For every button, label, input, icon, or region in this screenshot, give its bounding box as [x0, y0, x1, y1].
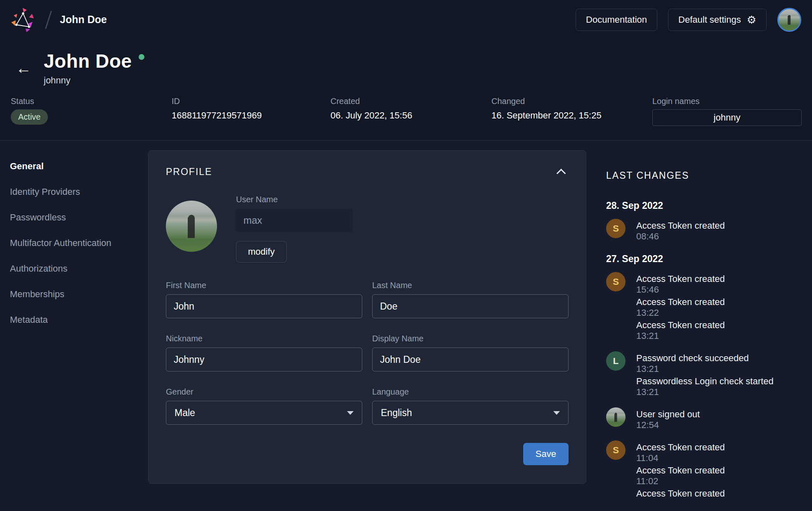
id-value: 168811977219571969: [172, 110, 330, 121]
content: General Identity Providers Passwordless …: [0, 140, 812, 511]
save-button[interactable]: Save: [523, 443, 569, 465]
username-input[interactable]: [236, 208, 353, 232]
chevron-up-icon[interactable]: [557, 168, 566, 178]
last-name-label: Last Name: [372, 281, 569, 290]
topbar-actions: Documentation Default settings ⚙: [576, 8, 801, 32]
timeline-event: Access Token created 13:21: [636, 320, 725, 341]
header-block: John Doe Documentation Default settings …: [0, 0, 812, 140]
sidebar-item-memberships[interactable]: Memberships: [10, 289, 148, 300]
timeline-group: User signed out 12:54: [606, 409, 802, 432]
default-settings-button[interactable]: Default settings ⚙: [668, 9, 767, 31]
login-names-label: Login names: [652, 97, 802, 106]
timeline-date: 28. Sep 2022: [606, 200, 802, 211]
gender-select[interactable]: Male: [166, 401, 362, 425]
chevron-down-icon: [553, 411, 560, 415]
sidebar-item-authorizations[interactable]: Authorizations: [10, 263, 148, 274]
sidebar-item-general[interactable]: General: [10, 161, 148, 172]
page-head: ← John Doe johnny Status Active ID 16881…: [0, 39, 812, 140]
language-label: Language: [372, 387, 569, 397]
event-avatar-l: L: [606, 351, 626, 371]
changed-label: Changed: [491, 97, 652, 106]
chevron-down-icon: [347, 411, 354, 415]
meta-changed: Changed 16. September 2022, 15:25: [491, 97, 652, 126]
zitadel-logo-icon[interactable]: [11, 7, 35, 32]
meta-id: ID 168811977219571969: [172, 97, 330, 126]
sidebar-item-passwordless[interactable]: Passwordless: [10, 212, 148, 223]
gender-label: Gender: [166, 387, 362, 397]
event-avatar-s: S: [606, 440, 626, 460]
first-name-input[interactable]: [166, 294, 362, 318]
meta-created: Created 06. July 2022, 15:56: [330, 97, 491, 126]
timeline-event: Access Token created 11:02: [636, 465, 725, 487]
timeline-event: User signed out 12:54: [636, 409, 700, 431]
timeline-group: S Access Token created 15:46 Access Toke…: [606, 274, 802, 343]
event-avatar-s: S: [606, 272, 626, 291]
id-label: ID: [172, 97, 330, 106]
documentation-label: Documentation: [586, 14, 647, 25]
online-status-dot: [139, 54, 144, 60]
changed-value: 16. September 2022, 15:25: [491, 110, 652, 121]
topbar: John Doe Documentation Default settings …: [0, 0, 812, 39]
user-photo-avatar[interactable]: [166, 201, 217, 252]
timeline-event: Password check succeeded 13:21: [636, 353, 774, 374]
language-value: English: [381, 407, 412, 419]
documentation-button[interactable]: Documentation: [576, 9, 657, 31]
gear-icon: ⚙: [747, 14, 756, 25]
sidebar-item-metadata[interactable]: Metadata: [10, 315, 148, 325]
breadcrumb-separator: [45, 10, 52, 29]
status-badge: Active: [11, 109, 48, 125]
modify-button[interactable]: modify: [236, 241, 287, 263]
created-label: Created: [330, 97, 491, 106]
timeline-event: Access Token created 15:46: [636, 274, 725, 295]
gender-value: Male: [175, 407, 195, 419]
display-name-input[interactable]: [372, 348, 569, 371]
profile-section-title: PROFILE: [166, 166, 212, 177]
timeline-group: L Password check succeeded 13:21 Passwor…: [606, 353, 802, 399]
last-changes-title: LAST CHANGES: [606, 170, 802, 181]
profile-card: PROFILE User Name modify First Name: [148, 150, 586, 484]
event-avatar-photo: [606, 407, 626, 427]
timeline-date: 27. Sep 2022: [606, 253, 802, 265]
page-title: John Doe: [44, 50, 132, 72]
username-label: User Name: [236, 195, 353, 204]
timeline-group: S Access Token created 11:04 Access Toke…: [606, 442, 802, 501]
timeline-group: S Access Token created 08:46: [606, 220, 802, 244]
back-button[interactable]: ←: [12, 60, 35, 76]
meta-row: Status Active ID 168811977219571969 Crea…: [10, 90, 802, 126]
timeline-event: Access Token created 08:46: [636, 220, 725, 242]
page-subtitle: johnny: [44, 75, 144, 86]
language-select[interactable]: English: [372, 401, 569, 425]
timeline-event: Access Token created: [636, 488, 725, 499]
last-name-input[interactable]: [372, 294, 569, 318]
page-title-row: John Doe: [44, 50, 144, 72]
created-value: 06. July 2022, 15:56: [330, 110, 491, 121]
timeline-event: Access Token created 11:04: [636, 442, 725, 464]
nickname-input[interactable]: [166, 348, 362, 371]
timeline-event: Access Token created 13:22: [636, 297, 725, 318]
timeline-event: Passwordless Login check started 13:21: [636, 376, 774, 397]
nickname-label: Nickname: [166, 334, 362, 343]
sidebar-item-identity-providers[interactable]: Identity Providers: [10, 187, 148, 197]
display-name-label: Display Name: [372, 334, 569, 343]
meta-login-names: Login names johnny: [652, 97, 802, 126]
sidebar-item-multifactor-authentication[interactable]: Multifactor Authentication: [10, 238, 148, 248]
default-settings-label: Default settings: [678, 14, 741, 25]
breadcrumb-user[interactable]: John Doe: [60, 14, 107, 26]
last-changes-panel: LAST CHANGES 28. Sep 2022 S Access Token…: [586, 150, 802, 511]
first-name-label: First Name: [166, 281, 362, 290]
profile-avatar[interactable]: [777, 8, 801, 32]
event-avatar-s: S: [606, 219, 626, 238]
sidebar: General Identity Providers Passwordless …: [0, 150, 148, 511]
user-detail-page: John Doe Documentation Default settings …: [0, 0, 812, 511]
status-label: Status: [11, 97, 172, 106]
login-name-chip[interactable]: johnny: [652, 109, 802, 126]
meta-status: Status Active: [11, 97, 172, 126]
